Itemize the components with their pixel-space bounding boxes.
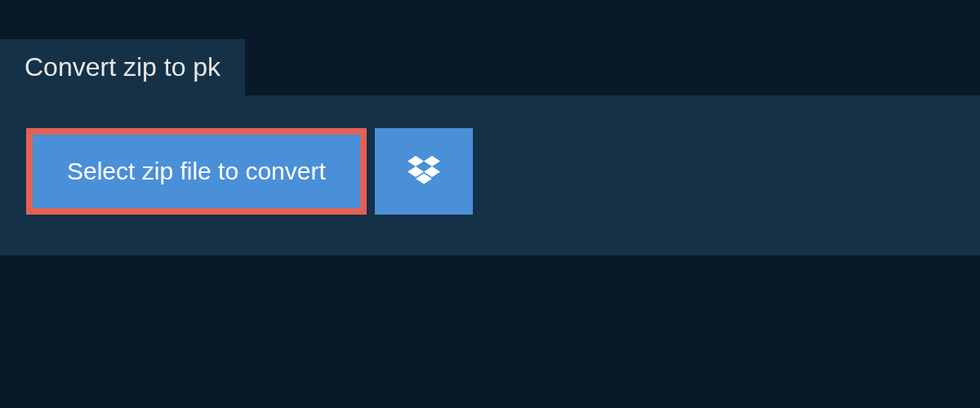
convert-panel: Select zip file to convert	[0, 95, 980, 255]
button-row: Select zip file to convert	[26, 128, 954, 215]
dropbox-button[interactable]	[375, 128, 473, 215]
tab-convert[interactable]: Convert zip to pk	[0, 39, 245, 95]
select-file-button[interactable]: Select zip file to convert	[26, 128, 367, 215]
tab-bar: Convert zip to pk	[0, 0, 980, 95]
tab-title: Convert zip to pk	[24, 52, 220, 82]
select-file-label: Select zip file to convert	[67, 157, 326, 185]
dropbox-icon	[408, 156, 440, 188]
